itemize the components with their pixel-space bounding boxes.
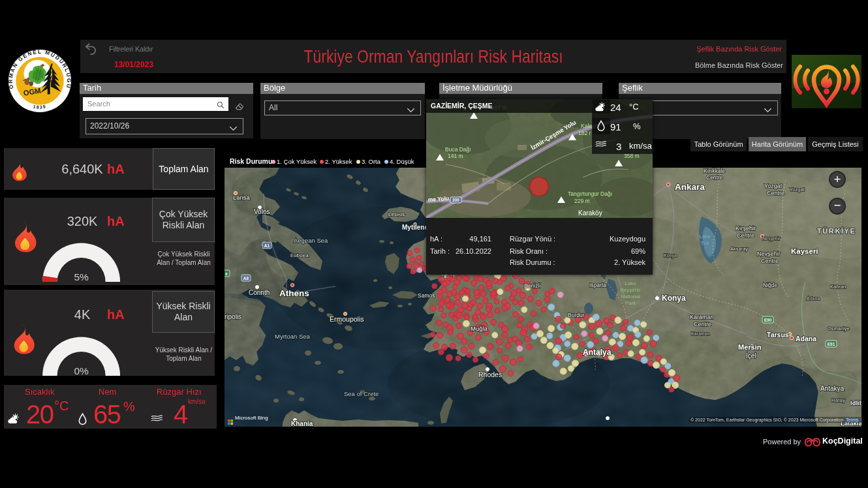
svg-text:1839: 1839 xyxy=(33,104,46,110)
svg-text:Adana: Adana xyxy=(796,335,816,343)
svg-text:0%: 0% xyxy=(74,365,89,376)
svg-text:Kale: Kale xyxy=(581,123,592,129)
svg-text:Mersin: Mersin xyxy=(738,343,762,351)
svg-text:Samos: Samos xyxy=(418,292,435,299)
svg-text:Yozgat: Yozgat xyxy=(764,183,783,189)
svg-text:Tarsus: Tarsus xyxy=(767,331,789,339)
svg-text:Burdur: Burdur xyxy=(568,312,585,318)
svg-text:Lake: Lake xyxy=(625,281,636,286)
svg-text:Kahran: Kahran xyxy=(830,284,846,290)
svg-text:141 m: 141 m xyxy=(448,153,463,159)
svg-text:Park: Park xyxy=(625,300,636,306)
svg-text:Centre: Centre xyxy=(706,174,723,181)
svg-text:182 r: 182 r xyxy=(578,130,591,136)
svg-text:Hatay: Hatay xyxy=(831,397,845,403)
svg-text:Beyşehir: Beyşehir xyxy=(620,287,640,293)
svg-text:Larisa: Larisa xyxy=(233,194,251,201)
svg-text:ripolis: ripolis xyxy=(225,313,241,320)
svg-text:A8: A8 xyxy=(243,276,249,281)
svg-text:Nevşehir: Nevşehir xyxy=(757,251,781,257)
svg-text:Athens: Athens xyxy=(279,288,309,298)
svg-text:Antalya: Antalya xyxy=(583,348,612,357)
svg-text:Karaman: Karaman xyxy=(691,331,710,336)
svg-text:Corinth: Corinth xyxy=(249,289,270,296)
svg-text:Nevşehir: Nevşehir xyxy=(762,236,781,241)
svg-text:Kırıkkale: Kırıkkale xyxy=(704,168,725,174)
svg-text:Niğde: Niğde xyxy=(763,282,777,288)
svg-text:5%: 5% xyxy=(74,271,89,282)
svg-text:Volos: Volos xyxy=(254,208,270,215)
svg-text:Euboea: Euboea xyxy=(290,252,309,258)
svg-text:Myrtoan Sea: Myrtoan Sea xyxy=(275,333,311,340)
svg-text:Osmaniye: Osmaniye xyxy=(828,326,850,331)
svg-text:Centre: Centre xyxy=(761,258,779,264)
svg-text:Antakya: Antakya xyxy=(820,385,845,392)
svg-text:Lesvos: Lesvos xyxy=(388,211,405,217)
svg-text:Karaman: Karaman xyxy=(690,314,714,320)
svg-text:Isparta: Isparta xyxy=(589,282,606,288)
svg-text:Aegean Sea: Aegean Sea xyxy=(294,237,328,244)
svg-text:Idlib: Idlib xyxy=(850,399,861,406)
svg-text:Lake: Lake xyxy=(699,234,711,239)
svg-text:Centre: Centre xyxy=(694,321,711,328)
svg-text:Kırşehir: Kırşehir xyxy=(736,225,756,232)
svg-text:Ankara: Ankara xyxy=(675,182,705,192)
svg-text:Adana: Adana xyxy=(807,296,820,301)
svg-text:Rhodes: Rhodes xyxy=(478,371,502,378)
svg-text:İçel: İçel xyxy=(746,352,756,359)
svg-text:Kayseri: Kayseri xyxy=(791,247,818,255)
svg-text:Yozgat: Yozgat xyxy=(790,187,805,192)
svg-text:Buca Dağı: Buca Dağı xyxy=(445,146,471,153)
svg-text:Tuz: Tuz xyxy=(700,240,709,246)
svg-text:A1: A1 xyxy=(264,243,270,248)
svg-text:E90: E90 xyxy=(764,318,772,322)
svg-text:Konya: Konya xyxy=(664,253,677,258)
svg-text:Khania: Khania xyxy=(291,420,313,427)
svg-text:300: 300 xyxy=(452,198,459,202)
svg-text:Sea of Crete: Sea of Crete xyxy=(344,390,379,397)
svg-text:Muğla: Muğla xyxy=(471,325,488,332)
svg-text:Centre: Centre xyxy=(767,190,784,196)
svg-text:E91: E91 xyxy=(828,342,835,346)
svg-text:Tangırtungur Dağı: Tangırtungur Dağı xyxy=(568,191,612,197)
svg-text:Konya: Konya xyxy=(662,294,686,303)
svg-text:Centre: Centre xyxy=(737,232,754,239)
svg-text:Aksaray: Aksaray xyxy=(730,246,748,252)
svg-text:National: National xyxy=(621,294,640,299)
svg-text:229 m: 229 m xyxy=(574,198,590,204)
svg-text:Ermoupolis: Ermoupolis xyxy=(330,315,364,323)
svg-text:Denizli: Denizli xyxy=(524,282,541,289)
svg-text:TÜRKİYE: TÜRKİYE xyxy=(817,227,856,235)
svg-text:Mytilene: Mytilene xyxy=(402,224,428,231)
